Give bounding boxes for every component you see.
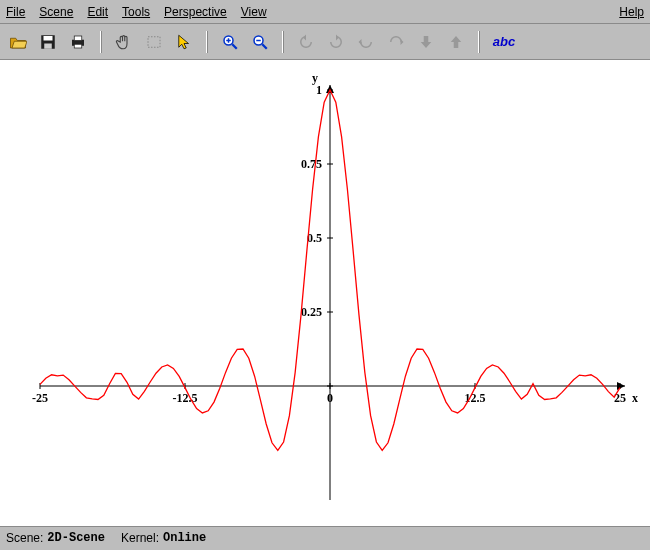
print-icon[interactable] [64, 28, 92, 56]
arrow-up-icon[interactable] [442, 28, 470, 56]
plot-canvas[interactable]: -25-12.5012.5250.250.50.751xy [0, 60, 650, 526]
open-icon[interactable] [4, 28, 32, 56]
svg-rect-2 [44, 43, 52, 48]
status-kernel-label: Kernel: [121, 531, 159, 545]
menu-view[interactable]: View [241, 5, 267, 19]
pan-hand-icon[interactable] [110, 28, 138, 56]
svg-text:-25: -25 [32, 391, 48, 405]
svg-text:0.25: 0.25 [301, 305, 322, 319]
status-scene-value: 2D-Scene [47, 531, 105, 545]
pointer-icon[interactable] [170, 28, 198, 56]
status-kernel-value: Online [163, 531, 206, 545]
rotate-down-icon[interactable] [382, 28, 410, 56]
zoom-out-icon[interactable] [246, 28, 274, 56]
svg-text:1: 1 [316, 83, 322, 97]
menu-tools[interactable]: Tools [122, 5, 150, 19]
menu-help[interactable]: Help [619, 5, 644, 19]
svg-text:x: x [632, 391, 638, 405]
rotate-up-icon[interactable] [352, 28, 380, 56]
menu-scene[interactable]: Scene [39, 5, 73, 19]
rotate-right-icon[interactable] [322, 28, 350, 56]
statusbar: Scene: 2D-Scene Kernel: Online [0, 526, 650, 550]
status-scene-label: Scene: [6, 531, 43, 545]
svg-text:0.5: 0.5 [307, 231, 322, 245]
svg-rect-1 [44, 36, 53, 41]
chart: -25-12.5012.5250.250.50.751xy [0, 60, 650, 526]
svg-line-12 [262, 44, 267, 49]
menu-file[interactable]: File [6, 5, 25, 19]
rotate-left-icon[interactable] [292, 28, 320, 56]
svg-rect-5 [74, 44, 82, 48]
zoom-in-icon[interactable] [216, 28, 244, 56]
svg-rect-6 [148, 36, 160, 47]
text-label-icon[interactable]: abc [488, 28, 520, 56]
toolbar: abc [0, 24, 650, 60]
svg-text:0: 0 [327, 391, 333, 405]
svg-text:y: y [312, 71, 318, 85]
svg-rect-4 [74, 36, 82, 41]
menu-edit[interactable]: Edit [87, 5, 108, 19]
svg-text:25: 25 [614, 391, 626, 405]
menu-perspective[interactable]: Perspective [164, 5, 227, 19]
svg-text:0.75: 0.75 [301, 157, 322, 171]
arrow-down-icon[interactable] [412, 28, 440, 56]
rectangle-select-icon[interactable] [140, 28, 168, 56]
menubar: File Scene Edit Tools Perspective View H… [0, 0, 650, 24]
svg-line-8 [232, 44, 237, 49]
save-icon[interactable] [34, 28, 62, 56]
